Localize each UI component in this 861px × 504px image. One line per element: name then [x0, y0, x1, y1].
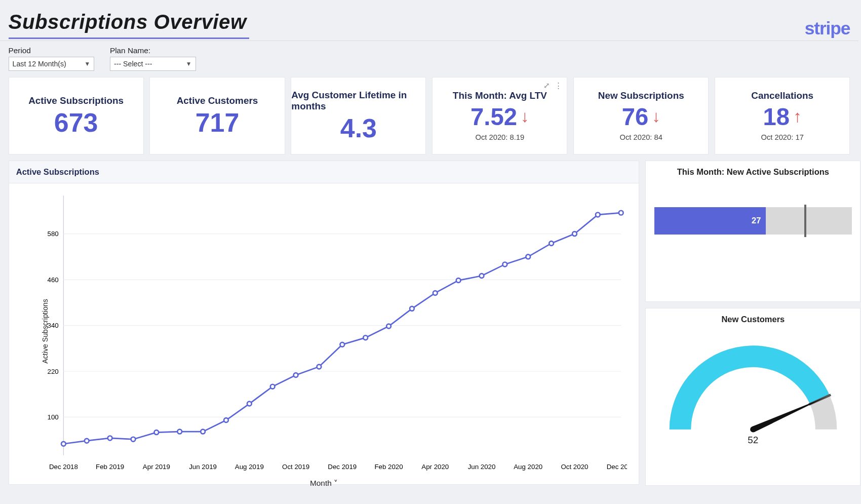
svg-point-51	[750, 427, 756, 433]
svg-point-37	[363, 335, 368, 340]
bullet-chart: 27	[646, 177, 860, 235]
kpi-sub: Oct 2020: 8.19	[475, 133, 524, 141]
kpi-cancellations[interactable]: Cancellations 18 ↑ Oct 2020: 17	[715, 77, 850, 154]
gauge-value: 52	[748, 435, 758, 446]
kpi-title: New Subscriptions	[598, 90, 684, 101]
page-title: Subscriptions Overview	[9, 11, 249, 39]
svg-text:Oct 2019: Oct 2019	[282, 463, 309, 471]
svg-point-32	[247, 402, 252, 406]
kpi-value: 717	[195, 110, 240, 136]
kpi-title: Cancellations	[751, 90, 813, 101]
plan-value: --- Select ---	[114, 60, 152, 68]
plan-select[interactable]: --- Select --- ▼	[110, 57, 196, 71]
kpi-sub: Oct 2020: 17	[761, 133, 803, 141]
svg-point-30	[201, 430, 205, 434]
svg-point-28	[154, 430, 159, 435]
new-customers-card[interactable]: New Customers 52	[645, 308, 860, 485]
bullet-target-tick	[804, 205, 806, 237]
svg-text:Apr 2019: Apr 2019	[142, 463, 170, 471]
kpi-sub: Oct 2020: 84	[619, 133, 662, 141]
svg-point-38	[386, 324, 391, 329]
svg-point-31	[224, 418, 228, 422]
svg-point-44	[526, 255, 530, 259]
svg-point-25	[84, 439, 89, 443]
svg-point-47	[596, 213, 600, 217]
period-select[interactable]: Last 12 Month(s) ▼	[9, 57, 95, 71]
chevron-down-icon: ▼	[186, 60, 192, 67]
kpi-title: This Month: Avg LTV	[453, 90, 547, 101]
svg-point-42	[479, 274, 484, 278]
period-label: Period	[9, 46, 31, 55]
svg-point-34	[293, 373, 298, 377]
svg-text:Jun 2020: Jun 2020	[467, 463, 495, 471]
svg-text:220: 220	[47, 368, 58, 375]
svg-text:Oct 2020: Oct 2020	[561, 463, 588, 471]
svg-point-45	[549, 241, 554, 246]
kpi-active-subscriptions[interactable]: Active Subscriptions 673	[9, 77, 144, 154]
svg-text:Dec 2019: Dec 2019	[328, 463, 357, 471]
brand-logo: stripe	[805, 18, 850, 39]
svg-point-46	[572, 231, 577, 236]
svg-text:Feb 2019: Feb 2019	[96, 463, 124, 471]
kpi-value: 673	[54, 110, 98, 136]
expand-icon[interactable]: ⤢	[543, 81, 550, 90]
svg-point-39	[410, 306, 414, 311]
kpi-title: Active Customers	[177, 95, 258, 106]
plan-label: Plan Name:	[110, 46, 150, 55]
side-title: This Month: New Active Subscriptions	[646, 161, 860, 177]
svg-text:Dec 2018: Dec 2018	[49, 463, 77, 471]
more-icon[interactable]: ⋮	[555, 81, 562, 90]
kpi-avg-lifetime[interactable]: Avg Customer Lifetime in months 4.3	[291, 77, 426, 154]
svg-point-48	[618, 211, 623, 215]
y-axis-title: Active Subscriptions	[41, 299, 49, 363]
svg-text:Jun 2019: Jun 2019	[189, 463, 217, 471]
kpi-new-subscriptions[interactable]: New Subscriptions 76 ↓ Oct 2020: 84	[573, 77, 709, 154]
filter-bar: Period Last 12 Month(s) ▼ Plan Name: ---…	[0, 41, 858, 77]
svg-text:580: 580	[47, 230, 58, 238]
svg-point-29	[177, 430, 182, 434]
chart-title: Active Subscriptions	[9, 161, 639, 184]
svg-point-40	[433, 291, 437, 295]
svg-point-43	[502, 262, 507, 267]
kpi-title: Avg Customer Lifetime in months	[291, 90, 425, 112]
line-chart[interactable]: Active Subscriptions 100220340460580Dec …	[9, 183, 639, 479]
svg-point-36	[340, 342, 344, 347]
period-value: Last 12 Month(s)	[13, 60, 66, 68]
svg-point-33	[270, 384, 275, 389]
kpi-value: 76	[622, 105, 649, 129]
svg-point-27	[131, 437, 135, 442]
bullet-bar-fill: 27	[654, 207, 766, 235]
kpi-title: Active Subscriptions	[28, 95, 124, 106]
svg-text:100: 100	[47, 414, 58, 421]
kpi-value: 18	[763, 105, 790, 129]
arrow-up-icon: ↑	[793, 107, 802, 126]
active-subscriptions-chart-card: Active Subscriptions Active Subscription…	[9, 161, 640, 485]
svg-text:Feb 2020: Feb 2020	[374, 463, 403, 471]
x-axis-title: Month ˅	[9, 479, 639, 491]
svg-text:Apr 2020: Apr 2020	[421, 463, 449, 471]
arrow-down-icon: ↓	[652, 107, 660, 126]
kpi-row: Active Subscriptions 673 Active Customer…	[0, 77, 858, 154]
svg-point-35	[317, 365, 321, 369]
kpi-avg-ltv[interactable]: ⤢ ⋮ This Month: Avg LTV 7.52 ↓ Oct 2020:…	[432, 77, 567, 154]
arrow-down-icon: ↓	[521, 107, 529, 126]
gauge-chart	[660, 325, 846, 438]
svg-point-26	[107, 436, 112, 441]
svg-text:460: 460	[47, 276, 58, 284]
side-title: New Customers	[646, 308, 860, 325]
new-active-subs-card[interactable]: This Month: New Active Subscriptions 27	[645, 161, 860, 302]
chevron-down-icon: ▼	[84, 60, 90, 67]
svg-text:Aug 2020: Aug 2020	[514, 463, 542, 471]
kpi-value: 7.52	[471, 105, 517, 129]
kpi-active-customers[interactable]: Active Customers 717	[149, 77, 285, 154]
svg-text:Aug 2019: Aug 2019	[234, 463, 263, 471]
svg-point-24	[61, 442, 66, 446]
kpi-value: 4.3	[340, 115, 377, 142]
svg-text:Dec 2020: Dec 2020	[606, 463, 627, 471]
svg-point-41	[456, 278, 460, 283]
